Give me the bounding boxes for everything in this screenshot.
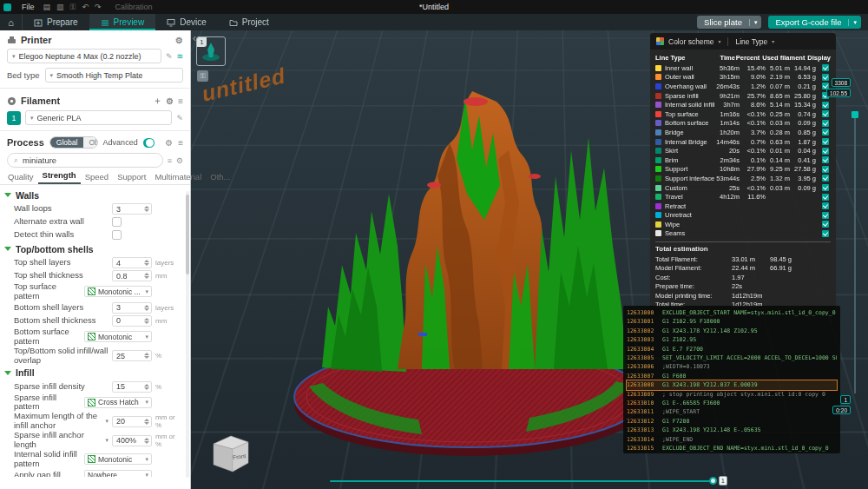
setting-spinbox[interactable]: 0.8 [112,270,152,281]
save-icon[interactable]: ⚿ [70,3,76,12]
search-input[interactable]: ⌕ miniature [7,153,163,168]
advanced-toggle[interactable] [143,138,155,148]
scope-global[interactable]: Global [50,137,84,148]
view-type-dropdown[interactable]: Line Type [735,37,767,46]
moves-slider-track[interactable] [330,480,712,482]
gcode-line[interactable]: 12633009; stop printing object styx.mini… [627,390,837,399]
gcode-line[interactable]: 12633013G1 X243.198 Y212.148 E-.05635 [627,426,837,434]
setting-spinbox[interactable]: 0 [112,315,152,327]
bed-type-combo[interactable]: ▾ Smooth High Temp Plate [45,68,184,83]
tab-preview[interactable]: Preview [89,14,156,30]
tab-project[interactable]: Project [218,14,280,30]
edit-filament-icon[interactable]: ✎ [176,114,183,122]
file-menu[interactable]: File [16,3,40,11]
setting-spinbox[interactable]: 25 [112,350,152,361]
home-button[interactable]: ⌂ [0,14,23,30]
gcode-line[interactable]: 12633008G1 X243.198 Y212.037 E.00039 [627,380,837,389]
calibration-menu[interactable]: Calibration [115,3,153,11]
tab-quality[interactable]: Quality [3,172,38,184]
setting-select[interactable]: Monotonic▾ [84,331,152,342]
filament-list-icon[interactable]: ≡ [178,96,183,106]
setting-select[interactable]: Nowhere▾ [84,470,152,477]
spin-arrows-icon[interactable] [144,273,149,279]
gcode-line[interactable]: 12633000EXCLUDE_OBJECT_START NAME=styx.m… [627,308,837,317]
plate-thumbnail[interactable]: 1 [196,36,226,66]
setting-spinbox[interactable]: 20 [112,416,152,427]
spin-arrows-icon[interactable] [144,384,149,390]
tab-device[interactable]: Device [155,14,218,30]
gcode-line[interactable]: 12633010G1 E-.66585 F3600 [627,399,837,407]
expand-params-icon[interactable]: ≡ [168,156,172,165]
process-scope-switch[interactable]: Global Objects [49,136,98,149]
process-list-icon[interactable]: ≡ [178,138,183,148]
gcode-line[interactable]: 12633014;WIPE_END [627,435,837,444]
setting-select[interactable]: Monotonic ...▾ [84,286,152,297]
tab-strength[interactable]: Strength [38,170,81,184]
unit-select-icon[interactable]: ▾ [105,437,108,444]
slice-dropdown-icon[interactable]: ▾ [749,19,762,26]
add-filament-icon[interactable]: ＋ [153,95,161,107]
process-settings-icon[interactable]: ⚙ [165,138,173,148]
group-header[interactable]: Infill [4,366,190,380]
gcode-viewer[interactable]: 12633000EXCLUDE_OBJECT_START NAME=styx.m… [623,306,840,453]
sidebar-scrollbar[interactable] [186,191,189,478]
unit-select-icon[interactable]: ▾ [105,418,108,425]
printer-settings-icon[interactable]: ⚙ [175,36,183,45]
display-checkbox[interactable] [822,64,829,71]
gcode-line[interactable]: 12633011;WIPE_START [627,407,837,416]
open-project-icon[interactable]: ▥ [56,3,64,12]
group-header[interactable]: Walls [4,188,190,202]
export-dropdown-icon[interactable]: ▾ [848,19,861,26]
gcode-line[interactable]: 12633002G1 X243.178 Y212.148 Z102.95 [627,327,837,335]
scope-objects[interactable]: Objects [83,137,97,148]
filament-settings-icon[interactable]: ⚙ [166,96,174,106]
spin-arrows-icon[interactable] [144,419,149,425]
spin-arrows-icon[interactable] [144,305,149,311]
setting-checkbox[interactable] [112,217,122,227]
spin-arrows-icon[interactable] [144,353,149,359]
tab-prepare[interactable]: Prepare [23,14,89,30]
gcode-line[interactable]: 12633001G1 Z102.95 F18000 [627,317,837,326]
moves-slider[interactable]: 1 [330,476,727,486]
layer-slider-track[interactable] [854,113,856,393]
gcode-line[interactable]: 12633004G1 E.7 F2700 [627,345,837,354]
gcode-line[interactable]: 12633012G1 F7200 [627,417,837,426]
gcode-line[interactable]: 12633007G1 F600 [627,372,837,380]
tab-others[interactable]: Oth... [206,172,234,184]
layer-slider-handle[interactable] [852,111,858,118]
setting-checkbox[interactable] [112,230,122,240]
group-header[interactable]: Top/bottom shells [4,241,190,256]
printer-preset-combo[interactable]: ▾ Elegoo Neptune 4 Max (0.2 nozzle) [7,49,161,63]
edit-printer-icon[interactable]: ✎ [166,52,173,61]
printer-wifi-icon[interactable]: ≋ [176,52,183,61]
color-scheme-dropdown[interactable]: Color scheme [668,37,713,46]
tab-multimaterial[interactable]: Multimaterial [150,172,206,184]
gcode-line[interactable]: 12633015EXCLUDE_OBJECT_END NAME=styx.min… [627,444,837,453]
setting-select[interactable]: Monotonic▾ [84,453,152,465]
slice-plate-button[interactable]: Slice plate ▾ [697,16,761,29]
param-settings-icon[interactable]: ⚙ [176,156,183,165]
setting-spinbox[interactable]: 15 [112,381,152,393]
navigation-cube[interactable]: Front [205,428,255,479]
undo-icon[interactable]: ↶ [82,3,89,12]
gcode-line[interactable]: 12633005SET_VELOCITY_LIMIT ACCEL=2000 AC… [627,354,837,362]
setting-spinbox[interactable]: 4 [112,257,152,268]
setting-spinbox[interactable]: 400% [112,435,152,446]
filament-preset-combo[interactable]: ▾ Generic PLA [25,110,172,125]
moves-slider-handle[interactable] [709,477,717,485]
gcode-line[interactable]: 12633006;WIDTH=0.18073 [627,362,837,371]
setting-select[interactable]: Cross Hatch▾ [84,397,152,408]
setting-spinbox[interactable]: 3 [112,203,152,215]
tab-speed[interactable]: Speed [81,172,113,184]
spin-arrows-icon[interactable] [144,438,149,444]
plate-lock-icon[interactable]: ⚿ [197,70,208,82]
spin-arrows-icon[interactable] [144,260,149,266]
layer-slider[interactable]: 3308 102.55 1 0:20 [825,78,865,454]
setting-spinbox[interactable]: 3 [112,302,152,314]
spin-arrows-icon[interactable] [144,318,149,324]
gcode-line[interactable]: 12633003G1 Z102.95 [627,335,837,344]
redo-icon[interactable]: ↷ [95,3,102,12]
tab-support[interactable]: Support [113,172,150,184]
spin-arrows-icon[interactable] [144,206,149,212]
filament-slot[interactable]: 1 [7,111,21,125]
